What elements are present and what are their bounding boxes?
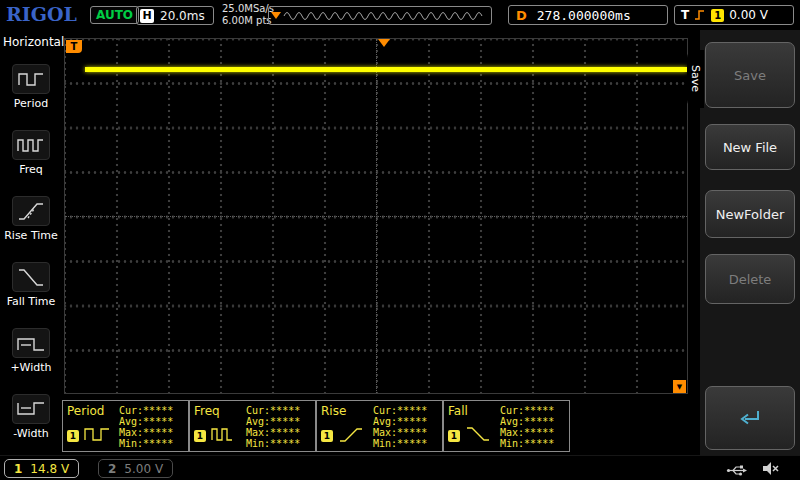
center-horizontal-gridline: [65, 216, 687, 217]
timebase-value: 20.0ms: [160, 9, 205, 23]
save-menu-tab[interactable]: Save: [687, 50, 704, 108]
measurement-values: Cur:***** Avg:***** Max:***** Min:*****: [119, 405, 173, 449]
rise-time-icon: [12, 196, 50, 226]
sidebar-title: Horizontal: [0, 30, 62, 54]
horizontal-h-icon: H: [140, 9, 154, 23]
save-tab-label: Save: [689, 65, 702, 92]
measurement-rise: Rise 1 Cur:***** Avg:***** Max:***** Min…: [316, 400, 443, 452]
waveform-display: T ▼: [64, 38, 688, 394]
sidebar-item-minus-width[interactable]: -Width: [0, 384, 62, 450]
ch1-badge: 1: [448, 430, 460, 442]
ch1-badge: 1: [67, 430, 79, 442]
sidebar-item-label: Period: [14, 97, 48, 110]
trigger-source-badge: 1: [711, 9, 724, 22]
ch1-status: 1 14.8 V: [4, 459, 79, 478]
sidebar-item-label: Fall Time: [7, 295, 56, 308]
softkey-menu-panel: Save New File NewFolder Delete: [700, 30, 800, 455]
measurement-values: Cur:***** Avg:***** Max:***** Min:*****: [246, 405, 300, 449]
trigger-time-marker-icon: T: [66, 40, 82, 53]
measurement-values: Cur:***** Avg:***** Max:***** Min:*****: [500, 405, 554, 449]
delay-d-icon: D: [516, 8, 527, 23]
measurement-name: Freq: [194, 404, 220, 418]
ch2-status: 2 5.00 V: [98, 459, 173, 478]
sample-rate-value: 25.0MSa/s: [222, 3, 274, 15]
ch1-number: 1: [14, 462, 22, 476]
rigol-logo: RIGOL: [6, 3, 77, 25]
fall-time-icon: [12, 262, 50, 292]
rise-waveform-icon: [337, 423, 365, 449]
trigger-position-icon: [378, 39, 390, 47]
usb-icon: [726, 462, 748, 480]
measurement-period: Period 1 Cur:***** Avg:***** Max:***** M…: [62, 400, 189, 452]
sidebar-item-label: +Width: [10, 361, 51, 374]
measurement-source: 1: [321, 423, 365, 449]
horizontal-measure-sidebar: Horizontal Period Freq Rise Time Fall Ti…: [0, 30, 62, 455]
run-status-badge: AUTO: [90, 6, 139, 24]
trigger-t-label: T: [681, 8, 689, 22]
ch2-number: 2: [108, 462, 116, 476]
ch1-badge: 1: [321, 430, 333, 442]
sidebar-item-label: Rise Time: [4, 229, 58, 242]
delete-button[interactable]: Delete: [705, 254, 795, 304]
enter-arrow-icon: [736, 408, 764, 428]
sidebar-item-period[interactable]: Period: [0, 54, 62, 120]
memory-waveform-icon: [282, 8, 488, 24]
sidebar-item-fall-time[interactable]: Fall Time: [0, 252, 62, 318]
measurement-values: Cur:***** Avg:***** Max:***** Min:*****: [373, 405, 427, 449]
top-status-bar: RIGOL AUTO H 20.0ms 25.0MSa/s 6.00M pts …: [0, 0, 800, 30]
plus-width-icon: [12, 328, 50, 358]
oscilloscope-screen: RIGOL AUTO H 20.0ms 25.0MSa/s 6.00M pts …: [0, 0, 800, 480]
new-folder-button[interactable]: NewFolder: [705, 190, 795, 238]
trigger-level-value: 0.00 V: [729, 8, 768, 22]
sidebar-item-label: -Width: [13, 427, 48, 440]
period-waveform-icon: [83, 423, 111, 449]
trigger-readout: T 1 0.00 V: [674, 5, 794, 25]
measurement-name: Period: [67, 404, 104, 418]
minus-width-icon: [12, 394, 50, 424]
speaker-muted-icon: [761, 461, 780, 480]
trigger-level-offscreen-icon: ▼: [673, 380, 686, 393]
fall-waveform-icon: [464, 423, 492, 449]
memory-trigger-marker-icon: [271, 12, 281, 19]
freq-waveform-icon: [210, 423, 238, 449]
freq-icon: [12, 130, 50, 160]
save-button[interactable]: Save: [705, 42, 795, 108]
sidebar-item-rise-time[interactable]: Rise Time: [0, 186, 62, 252]
measurement-source: 1: [194, 423, 238, 449]
return-button[interactable]: [705, 386, 795, 450]
channel-status-bar: 1 14.8 V 2 5.00 V: [0, 455, 800, 480]
delay-readout: D 278.000000ms: [508, 5, 668, 25]
delay-value: 278.000000ms: [537, 8, 631, 23]
ch2-scale-value: 5.00 V: [124, 462, 163, 476]
period-icon: [12, 64, 50, 94]
measurement-freq: Freq 1 Cur:***** Avg:***** Max:***** Min…: [189, 400, 316, 452]
ch1-trace: [85, 67, 687, 72]
measurement-name: Fall: [448, 404, 468, 418]
acquisition-readout: 25.0MSa/s 6.00M pts: [222, 3, 274, 27]
new-file-button[interactable]: New File: [705, 124, 795, 170]
measurement-row: Period 1 Cur:***** Avg:***** Max:***** M…: [62, 400, 570, 452]
sidebar-item-plus-width[interactable]: +Width: [0, 318, 62, 384]
measurement-source: 1: [448, 423, 492, 449]
measurement-name: Rise: [321, 404, 346, 418]
trigger-slope-icon: [694, 8, 706, 22]
horizontal-readout: H 20.0ms: [136, 6, 214, 25]
memory-depth-value: 6.00M pts: [222, 15, 274, 27]
measurement-fall: Fall 1 Cur:***** Avg:***** Max:***** Min…: [443, 400, 570, 452]
ch1-scale-value: 14.8 V: [30, 462, 69, 476]
ch1-badge: 1: [194, 430, 206, 442]
sidebar-item-freq[interactable]: Freq: [0, 120, 62, 186]
sidebar-item-label: Freq: [19, 163, 43, 176]
measurement-source: 1: [67, 423, 111, 449]
memory-position-preview: [268, 6, 492, 25]
